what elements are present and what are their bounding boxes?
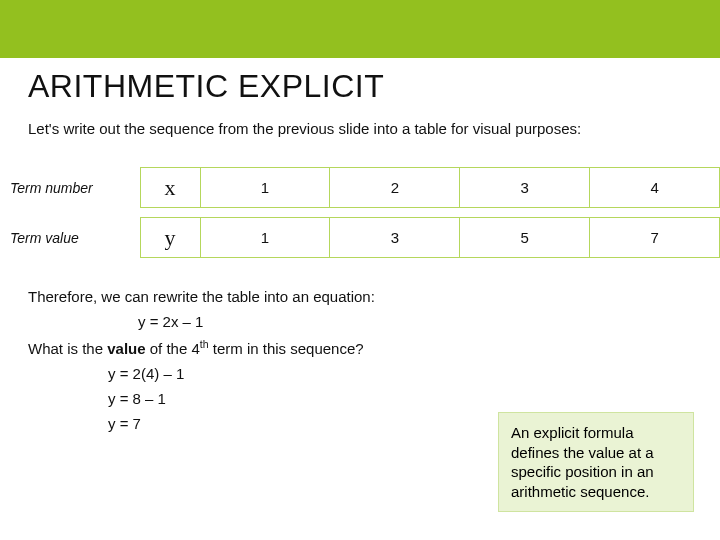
variable-cell: y (140, 218, 200, 258)
slide-content: ARITHMETIC EXPLICIT Let's write out the … (0, 58, 720, 432)
text-part: term in this sequence? (209, 340, 364, 357)
explanation-block: Therefore, we can rewrite the table into… (28, 288, 692, 432)
row-label: Term number (0, 168, 140, 208)
work-line: y = 8 – 1 (108, 390, 692, 407)
data-cell: 1 (200, 218, 330, 258)
row-label: Term value (0, 218, 140, 258)
text-bold: value (107, 340, 145, 357)
accent-bar (0, 0, 720, 58)
definition-callout: An explicit formula defines the value at… (498, 412, 694, 512)
question-text: What is the value of the 4th term in thi… (28, 338, 692, 357)
work-line: y = 2(4) – 1 (108, 365, 692, 382)
data-cell: 3 (460, 168, 590, 208)
table-row: Term value y 1 3 5 7 (0, 218, 720, 258)
data-cell: 7 (590, 218, 720, 258)
variable-cell: x (140, 168, 200, 208)
slide-title: ARITHMETIC EXPLICIT (28, 68, 692, 105)
text-part: What is the (28, 340, 107, 357)
sequence-table: Term number x 1 2 3 4 Term value y 1 3 5… (0, 167, 720, 258)
rewrite-text: Therefore, we can rewrite the table into… (28, 288, 692, 305)
text-part: of the 4 (146, 340, 200, 357)
text-sup: th (200, 338, 209, 350)
table-row: Term number x 1 2 3 4 (0, 168, 720, 208)
intro-text: Let's write out the sequence from the pr… (28, 119, 692, 139)
equation: y = 2x – 1 (138, 313, 692, 330)
data-cell: 5 (460, 218, 590, 258)
data-cell: 3 (330, 218, 460, 258)
data-cell: 2 (330, 168, 460, 208)
data-cell: 1 (200, 168, 330, 208)
data-cell: 4 (590, 168, 720, 208)
